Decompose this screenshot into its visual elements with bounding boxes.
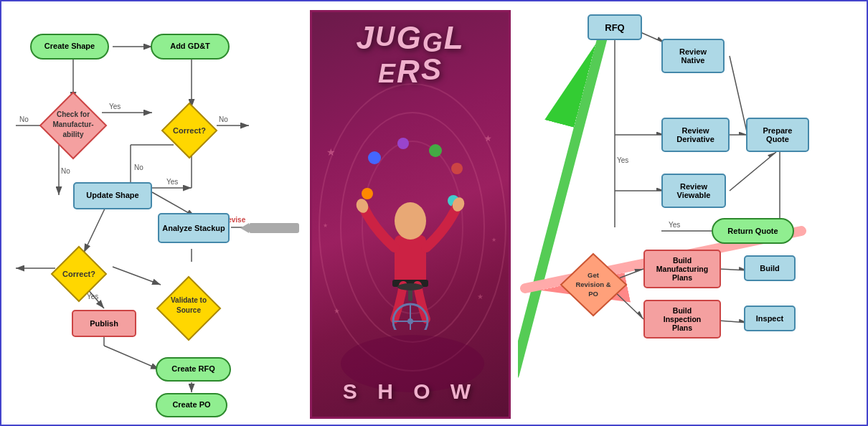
get-revision-po-node: Get Revision & PO xyxy=(560,252,628,317)
create-rfq-node: Create RFQ xyxy=(156,357,231,382)
svg-text:Check for: Check for xyxy=(57,110,90,118)
inspect-node: Inspect xyxy=(744,306,796,331)
right-panel: Yes Yes RFQ ReviewNative ReviewDerivativ… xyxy=(518,1,867,426)
svg-text:Correct?: Correct? xyxy=(62,270,95,278)
svg-line-29 xyxy=(104,346,159,369)
svg-text:PO: PO xyxy=(588,290,598,298)
poster-subtitle: S H O W xyxy=(343,379,478,404)
review-native-node: ReviewNative xyxy=(661,39,725,73)
svg-text:Yes: Yes xyxy=(109,103,121,110)
center-panel: ★ ★ ★ ★ ★ ★ JUGGL ERS xyxy=(303,1,518,426)
create-po-node: Create PO xyxy=(156,393,227,417)
svg-text:Yes: Yes xyxy=(617,156,628,164)
build-inspection-plans-node: BuildInspectionPlans xyxy=(643,300,721,339)
svg-line-81 xyxy=(730,56,747,135)
svg-line-91 xyxy=(719,269,747,270)
left-panel: Yes No No No Yes No Yes xyxy=(1,1,303,426)
correct2-node: Correct? xyxy=(50,245,108,303)
svg-text:Yes: Yes xyxy=(669,221,680,229)
svg-text:Source: Source xyxy=(176,306,201,314)
add-gdt-node: Add GD&T xyxy=(151,34,230,60)
return-quote-node: Return Quote xyxy=(712,218,794,244)
main-container: Yes No No No Yes No Yes xyxy=(0,0,868,426)
svg-point-55 xyxy=(368,151,381,164)
svg-line-27 xyxy=(113,267,161,285)
svg-point-62 xyxy=(395,202,426,240)
svg-point-56 xyxy=(397,138,409,149)
juggler-svg xyxy=(331,129,489,330)
svg-text:Yes: Yes xyxy=(166,178,178,186)
left-flow-svg: Yes No No No Yes No Yes xyxy=(1,1,303,426)
revise-arrow xyxy=(249,223,299,233)
review-derivative-node: ReviewDerivative xyxy=(661,118,730,152)
svg-text:Validate to: Validate to xyxy=(171,296,207,304)
svg-text:ability: ability xyxy=(63,131,84,138)
svg-text:★: ★ xyxy=(323,222,328,229)
svg-point-58 xyxy=(451,163,463,174)
svg-text:No: No xyxy=(61,167,70,175)
svg-text:Manufactur-: Manufactur- xyxy=(52,120,93,128)
svg-point-71 xyxy=(397,283,423,290)
check-manufacturability-node: Check for Manufactur- ability xyxy=(39,91,108,160)
build-node: Build xyxy=(744,255,796,281)
validate-source-node: Validate to Source xyxy=(156,275,222,341)
build-manufacturing-plans-node: BuildManufacturingPlans xyxy=(643,250,721,288)
publish-node: Publish xyxy=(72,310,136,337)
review-viewable-node: ReviewViewable xyxy=(661,174,726,208)
svg-text:★: ★ xyxy=(491,237,496,243)
update-shape-node: Update Shape xyxy=(73,182,152,209)
svg-text:No: No xyxy=(19,115,29,123)
svg-text:Get: Get xyxy=(588,271,600,279)
svg-text:Correct?: Correct? xyxy=(173,126,206,135)
svg-line-83 xyxy=(730,152,776,191)
rfq-node: RFQ xyxy=(588,14,642,40)
create-shape-node: Create Shape xyxy=(30,34,109,60)
svg-text:Revision &: Revision & xyxy=(575,280,610,288)
svg-text:No: No xyxy=(219,115,228,123)
poster-title: JUGGL ERS xyxy=(356,23,464,87)
svg-line-92 xyxy=(719,321,747,323)
svg-text:No: No xyxy=(134,164,143,171)
svg-rect-61 xyxy=(395,235,426,285)
correct1-node: Correct? xyxy=(161,102,218,159)
poster: ★ ★ ★ ★ ★ ★ JUGGL ERS xyxy=(310,10,511,419)
svg-point-59 xyxy=(362,188,373,199)
svg-point-57 xyxy=(429,144,442,157)
analyze-stackup-node: Analyze Stackup xyxy=(158,213,230,243)
prepare-quote-node: PrepareQuote xyxy=(746,118,809,152)
svg-line-75 xyxy=(518,32,604,374)
